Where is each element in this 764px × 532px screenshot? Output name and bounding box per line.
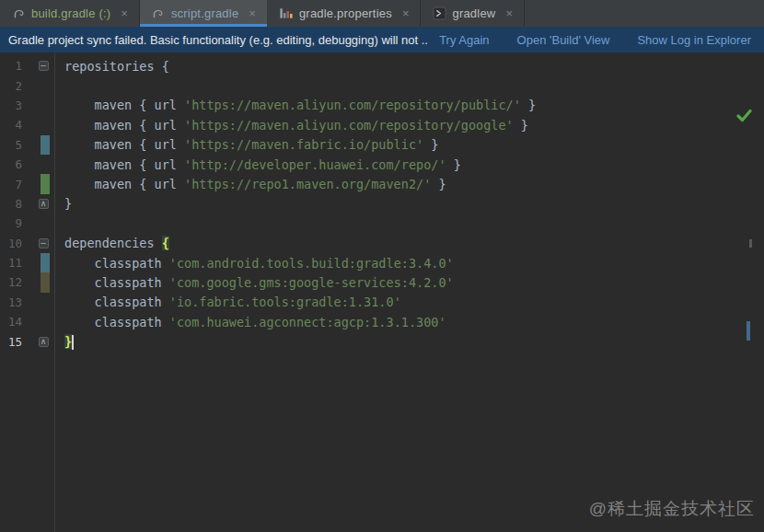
code-line-11[interactable]: 11 classpath 'com.android.tools.build:gr… — [0, 253, 764, 272]
code-token: maven { url — [64, 157, 184, 172]
code-token: maven { url — [64, 98, 184, 112]
scrollbar-change-mark[interactable] — [747, 321, 750, 341]
code-line-3[interactable]: 3 maven { url 'https://maven.aliyun.com/… — [0, 96, 764, 115]
code-line-13[interactable]: 13 classpath 'io.fabric.tools:gradle:1.3… — [0, 293, 764, 312]
line-number: 5 — [0, 138, 22, 152]
code-text: } — [64, 334, 74, 350]
ide-window: build.gradle (:)×script.gradle×gradle.pr… — [0, 0, 764, 532]
code-line-10[interactable]: 10−dependencies { — [0, 234, 764, 253]
gutter-annotation — [33, 115, 53, 134]
banner-action-try-again[interactable]: Try Again — [439, 33, 489, 47]
string-literal: 'com.google.gms:google-services:4.2.0' — [169, 275, 454, 290]
code-token: maven { url — [64, 177, 184, 191]
code-token: } — [431, 177, 446, 191]
line-number: 11 — [0, 256, 22, 270]
code-line-1[interactable]: 1−repositories { — [0, 56, 764, 75]
gutter-annotation — [33, 135, 53, 155]
line-number: 13 — [0, 295, 22, 309]
gradle-elephant-icon — [151, 6, 166, 21]
string-literal: 'https://maven.aliyun.com/repository/goo… — [184, 118, 514, 133]
tab-gradlew[interactable]: gradlew× — [421, 0, 525, 27]
banner-actions: Try AgainOpen 'Build' ViewShow Log in Ex… — [439, 33, 751, 47]
code-token: } — [521, 98, 536, 112]
gutter-annotation: ∧ — [33, 331, 53, 351]
code-text: maven { url 'https://maven.aliyun.com/re… — [64, 118, 528, 133]
vcs-change-marker[interactable] — [41, 253, 50, 272]
tab-gradle-properties[interactable]: gradle.properties× — [268, 0, 422, 27]
line-number: 4 — [0, 118, 22, 132]
fold-end-icon[interactable]: ∧ — [39, 337, 49, 347]
code-token: dependencies — [64, 236, 162, 250]
code-line-6[interactable]: 6 maven { url 'http://developer.huawei.c… — [0, 155, 764, 174]
gutter-annotation — [33, 75, 53, 95]
banner-message: Gradle project sync failed. Basic functi… — [8, 33, 428, 47]
vcs-change-marker[interactable] — [41, 272, 50, 292]
line-number: 9 — [0, 216, 22, 230]
code-token: classpath — [64, 256, 169, 271]
code-line-9[interactable]: 9 — [0, 214, 764, 233]
tab-close-icon[interactable]: × — [119, 6, 130, 20]
code-token: classpath — [64, 275, 169, 290]
gutter-annotation — [33, 293, 53, 312]
gutter-annotation: ∧ — [33, 194, 53, 214]
code-token: } — [423, 137, 438, 152]
code-lines: 1−repositories {23 maven { url 'https://… — [0, 56, 764, 352]
matched-brace: } — [64, 334, 72, 349]
code-text: maven { url 'http://developer.huawei.com… — [64, 157, 461, 172]
line-number: 14 — [0, 315, 22, 329]
text-caret — [72, 335, 74, 350]
banner-action-show-log-in-explorer[interactable]: Show Log in Explorer — [637, 33, 751, 47]
code-line-5[interactable]: 5 maven { url 'https://maven.fabric.io/p… — [0, 135, 764, 155]
code-text: } — [64, 196, 72, 211]
editor-tab-bar: build.gradle (:)×script.gradle×gradle.pr… — [0, 0, 764, 27]
tab-label: gradlew — [452, 6, 495, 20]
tab-close-icon[interactable]: × — [247, 6, 258, 20]
fold-collapse-icon[interactable]: − — [39, 61, 49, 71]
string-literal: 'https://maven.fabric.io/public' — [184, 137, 423, 152]
gutter-annotation: − — [33, 234, 53, 253]
code-text: maven { url 'https://maven.aliyun.com/re… — [64, 98, 536, 112]
code-text: dependencies { — [64, 236, 169, 250]
code-line-8[interactable]: 8∧} — [0, 194, 764, 214]
line-number: 15 — [0, 335, 22, 349]
tab-close-icon[interactable]: × — [400, 6, 411, 20]
code-token: classpath — [64, 295, 169, 309]
code-line-7[interactable]: 7 maven { url 'https://repo1.maven.org/m… — [0, 174, 764, 193]
code-text: classpath 'io.fabric.tools:gradle:1.31.0… — [64, 295, 401, 309]
scrollbar-warning-mark[interactable] — [749, 239, 752, 248]
code-token: } — [64, 196, 72, 211]
string-literal: 'https://maven.aliyun.com/repository/pub… — [184, 98, 521, 112]
code-line-14[interactable]: 14 classpath 'com.huawei.agconnect:agcp:… — [0, 312, 764, 331]
code-line-4[interactable]: 4 maven { url 'https://maven.aliyun.com/… — [0, 115, 764, 134]
code-line-2[interactable]: 2 — [0, 75, 764, 95]
tab-script-gradle[interactable]: script.gradle× — [140, 0, 268, 27]
line-number: 10 — [0, 237, 22, 250]
code-token: } — [446, 157, 461, 172]
string-literal: 'com.android.tools.build:gradle:3.4.0' — [169, 256, 454, 271]
code-line-12[interactable]: 12 classpath 'com.google.gms:google-serv… — [0, 272, 764, 292]
banner-action-open-build-view[interactable]: Open 'Build' View — [517, 33, 610, 47]
code-text: maven { url 'https://maven.fabric.io/pub… — [64, 137, 438, 152]
code-token: repositories { — [64, 59, 169, 74]
code-editor[interactable]: 1−repositories {23 maven { url 'https://… — [0, 52, 764, 532]
string-literal: 'io.fabric.tools:gradle:1.31.0' — [169, 295, 401, 309]
inspection-ok-icon[interactable] — [736, 109, 752, 122]
code-token: classpath — [64, 315, 169, 330]
vcs-change-marker[interactable] — [41, 135, 50, 155]
tab-close-icon[interactable]: × — [504, 6, 515, 20]
vcs-change-marker[interactable] — [41, 174, 50, 193]
gradle-elephant-icon — [11, 6, 26, 21]
fold-collapse-icon[interactable]: − — [39, 238, 49, 249]
code-text: classpath 'com.huawei.agconnect:agcp:1.3… — [64, 315, 446, 330]
tab-build-gradle[interactable]: build.gradle (:)× — [0, 0, 140, 27]
code-line-15[interactable]: 15∧} — [0, 331, 764, 351]
line-number: 7 — [0, 178, 22, 191]
code-token: } — [514, 118, 528, 133]
code-token: maven { url — [64, 137, 184, 152]
fold-end-icon[interactable]: ∧ — [39, 199, 49, 209]
watermark: @稀土掘金技术社区 — [589, 497, 755, 521]
tab-label: script.gradle — [171, 6, 238, 20]
string-literal: 'com.huawei.agconnect:agcp:1.3.1.300' — [169, 315, 446, 330]
gutter-annotation — [33, 96, 53, 115]
code-token: maven { url — [64, 118, 184, 133]
